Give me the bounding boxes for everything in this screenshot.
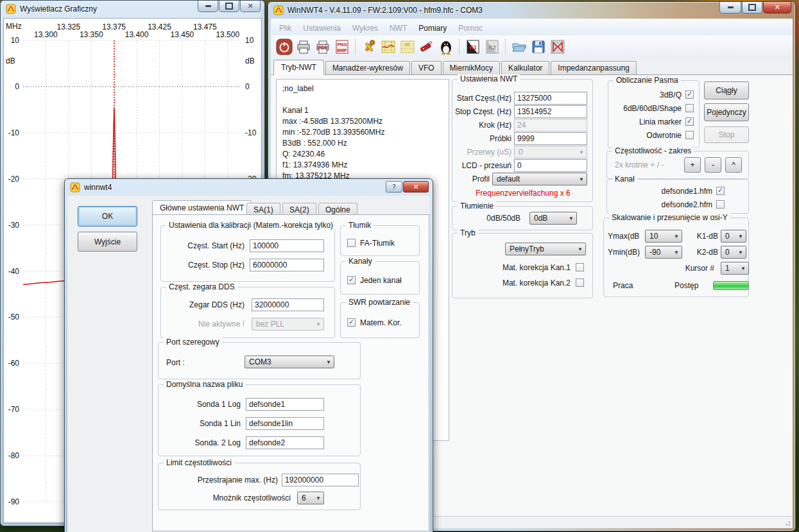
ok-button[interactable]: OK <box>78 206 137 227</box>
tab-manadzer-wykresow[interactable]: Manadżer-wykresów <box>325 61 410 74</box>
svg-text:K2: K2 <box>488 44 496 51</box>
dialog-titlebar[interactable]: winnwt4 <box>65 179 433 196</box>
zakres-up-button[interactable]: ^ <box>725 157 742 173</box>
menu-nwt[interactable]: NWT <box>384 22 413 34</box>
mnoznik-combo[interactable]: 6▼ <box>297 492 324 504</box>
tab-glowne-ustawienia[interactable]: Główne ustawienia NWT <box>152 200 252 216</box>
kalibracja-start-input[interactable]: 100000 <box>250 239 324 252</box>
abort-icon[interactable] <box>549 38 567 56</box>
k2-db-combo[interactable]: 0▼ <box>721 246 746 259</box>
pojedynczy-button[interactable]: Pojedynczy <box>704 103 749 121</box>
matem-kor-checkbox[interactable] <box>347 318 356 327</box>
dialog-title: winnwt4 <box>84 183 112 192</box>
minimize-icon[interactable] <box>719 2 741 13</box>
zakres-plus-button[interactable]: + <box>684 157 701 173</box>
start-czest-input[interactable]: 13275000 <box>514 92 587 105</box>
tools-icon[interactable] <box>360 38 378 56</box>
svg-text:0: 0 <box>245 82 250 91</box>
ymin-combo[interactable]: -90▼ <box>645 246 682 259</box>
graph-window-title: Wyświetlacz Graficzny <box>20 4 97 13</box>
print-icon[interactable] <box>295 38 313 56</box>
odwrotnie-checkbox[interactable] <box>685 131 694 139</box>
przestrajanie-max-input[interactable]: 192000000 <box>282 474 359 486</box>
k1-db-combo[interactable]: 0▼ <box>721 230 746 243</box>
svg-text:PNG: PNG <box>337 42 347 47</box>
svg-text:dB: dB <box>6 56 15 65</box>
zegar-dds-input[interactable]: 32000000 <box>252 298 324 311</box>
lcd-przesun-input[interactable]: 0 <box>514 159 587 172</box>
tab-tryb-nwt[interactable]: Tryb-NWT <box>273 60 324 75</box>
profil-combo[interactable]: default▼ <box>492 173 587 185</box>
db-settings-icon[interactable]: dB <box>399 38 417 56</box>
fa-tlumik-checkbox[interactable] <box>347 239 356 247</box>
groupbox-skalowanie: Skalowanie i przesunięcie w osi-Y Ymax(d… <box>603 218 749 297</box>
calibration-k1-icon[interactable]: K1 <box>464 38 482 56</box>
tab-miernikmocy[interactable]: MiernikMocy <box>443 61 500 74</box>
port-combo[interactable]: COM3▼ <box>245 356 334 368</box>
calibration-k2-icon[interactable]: K2 <box>483 38 501 56</box>
sonda1-log-input[interactable]: defsonde1 <box>246 398 324 411</box>
svg-text:-20: -20 <box>8 175 20 184</box>
maximize-icon[interactable] <box>219 1 239 12</box>
toolbar-separator <box>459 39 460 55</box>
mat-korekcja-kan1-checkbox[interactable] <box>576 263 584 271</box>
pll-combo: bez PLL▼ <box>252 318 324 330</box>
svg-text:dB: dB <box>245 56 255 65</box>
kalibracja-stop-input[interactable]: 60000000 <box>250 259 324 271</box>
main-window-title: WinNWT4 - V.4.11.09 - FW:2.109:V00 - hfm… <box>288 6 483 15</box>
svg-text:-90: -90 <box>8 497 20 506</box>
settings-dialog: winnwt4 ? ✕ OK Wyjście Główne ustawienia… <box>64 178 433 532</box>
menu-pomiary[interactable]: Pomiary <box>413 22 452 34</box>
main-window-titlebar[interactable]: WinNWT4 - V.4.11.09 - FW:2.109:V00 - hfm… <box>268 2 795 19</box>
export-png-bmp-icon[interactable]: PNG BMP <box>333 38 351 56</box>
menu-ustawienia[interactable]: Ustawienia <box>297 22 347 34</box>
tab-impedanzanpassung[interactable]: Impedanzanpassung <box>551 61 636 74</box>
svg-text:dB: dB <box>404 42 410 47</box>
sonda2-log-input[interactable]: defsonde2 <box>246 436 324 449</box>
defsonde2-checkbox[interactable] <box>716 200 725 209</box>
groupbox-obliczanie-pasma: Obliczanie Pasma 3dB/Q 6dB/60dB/Shape Li… <box>608 80 700 148</box>
swiss-knife-icon[interactable] <box>418 38 436 56</box>
save-file-icon[interactable] <box>529 38 547 56</box>
linia-marker-checkbox[interactable] <box>685 117 694 126</box>
tryb-combo[interactable]: PełnyTryb▼ <box>505 243 586 255</box>
sonda1-lin-input[interactable]: defsonde1lin <box>246 417 324 430</box>
menu-wykres[interactable]: Wykres <box>347 22 384 34</box>
print-pdf-icon[interactable]: PDF <box>314 38 332 56</box>
ymax-combo[interactable]: 10▼ <box>645 230 682 243</box>
svg-text:10: 10 <box>11 36 20 45</box>
probki-input[interactable]: 9999 <box>514 132 587 145</box>
sweep-settings-icon[interactable] <box>379 38 397 56</box>
mat-korekcja-kan2-checkbox[interactable] <box>576 279 584 287</box>
open-file-icon[interactable] <box>510 38 528 56</box>
minimize-icon[interactable] <box>198 1 218 12</box>
stop-czest-input[interactable]: 13514952 <box>514 105 587 118</box>
tab-vfo[interactable]: VFO <box>411 61 442 74</box>
6db-60db-shape-checkbox[interactable] <box>685 104 694 112</box>
tab-kalkulator[interactable]: Kalkulator <box>501 61 549 74</box>
svg-text:MHz: MHz <box>6 22 22 31</box>
dialog-tab-panel: Ustawienia dla kalibracji (Matem.-korekc… <box>152 214 429 531</box>
maximize-icon[interactable] <box>742 2 762 13</box>
resize-grip[interactable] <box>784 520 791 526</box>
jeden-kanal-checkbox[interactable] <box>347 276 356 284</box>
przerwy-combo: 0▼ <box>514 146 587 159</box>
svg-text:-70: -70 <box>8 405 20 414</box>
groupbox-dds: Częst. zegara DDS Zegar DDS (Hz) 3200000… <box>160 287 335 338</box>
defsonde1-checkbox[interactable] <box>716 187 725 195</box>
tlumienie-combo[interactable]: 0dB▼ <box>529 212 577 225</box>
close-icon[interactable]: ✕ <box>403 181 429 193</box>
kursor-combo[interactable]: 1▼ <box>721 262 749 275</box>
power-icon[interactable] <box>275 38 293 56</box>
svg-text:K1: K1 <box>469 44 477 51</box>
3db-q-checkbox[interactable] <box>685 90 694 99</box>
help-icon[interactable]: ? <box>386 181 402 193</box>
close-icon[interactable]: ✕ <box>240 1 261 12</box>
linux-tux-icon[interactable] <box>437 38 455 56</box>
wyjscie-button[interactable]: Wyjście <box>78 232 137 252</box>
menu-plik[interactable]: Plik <box>273 22 297 34</box>
zakres-minus-button[interactable]: - <box>705 157 721 173</box>
ciagly-button[interactable]: Ciągły <box>704 82 749 99</box>
close-icon[interactable]: ✕ <box>763 2 791 13</box>
menu-pomoc[interactable]: Pomoc <box>452 22 488 34</box>
